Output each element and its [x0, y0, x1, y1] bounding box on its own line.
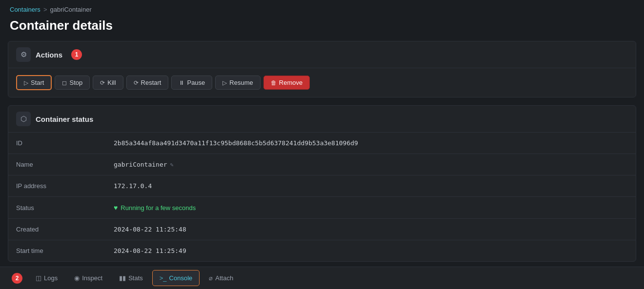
status-section-title: Container status	[36, 115, 93, 123]
breadcrumb-separator: >	[43, 6, 47, 13]
tab-attach[interactable]: ⌀ Attach	[201, 270, 241, 286]
tab-inspect-label: Inspect	[82, 274, 102, 282]
resume-label: Resume	[229, 79, 253, 86]
field-label-starttime: Start time	[8, 240, 106, 262]
page-title: Container details	[0, 16, 644, 41]
actions-section-header: ⚙ Actions 1	[8, 41, 636, 68]
remove-icon: 🗑	[271, 79, 277, 86]
field-value-id: 2b85a344af8aa491d3470a11f13c95bd8688c5b5…	[106, 133, 636, 154]
breadcrumb-current: gabriContainer	[50, 6, 91, 13]
remove-label: Remove	[279, 79, 302, 86]
table-row: Status ♥ Running for a few seconds	[8, 197, 636, 219]
start-label: Start	[31, 79, 44, 86]
tab-attach-label: Attach	[215, 274, 233, 282]
bottom-tabs: 2 ◫ Logs ◉ Inspect ▮▮ Stats >_ Console ⌀…	[0, 267, 644, 289]
actions-section: ⚙ Actions 1 ▷ Start ◻ Stop ⟳ Kill ⟳ Rest…	[8, 41, 636, 97]
attach-icon: ⌀	[209, 274, 213, 282]
tab-logs-label: Logs	[44, 274, 58, 282]
kill-button[interactable]: ⟳ Kill	[93, 76, 123, 90]
start-icon: ▷	[24, 79, 28, 86]
field-value-created: 2024-08-22 11:25:48	[106, 219, 636, 240]
container-icon: ⬡	[16, 112, 31, 126]
tab-stats[interactable]: ▮▮ Stats	[112, 270, 150, 286]
table-row: Created 2024-08-22 11:25:48	[8, 219, 636, 240]
logs-icon: ◫	[36, 274, 41, 282]
kill-label: Kill	[107, 79, 116, 86]
resume-icon: ▷	[222, 79, 227, 86]
table-row: IP address 172.17.0.4	[8, 175, 636, 197]
kill-icon: ⟳	[100, 79, 105, 86]
status-running-icon: ♥	[114, 204, 118, 212]
breadcrumb: Containers > gabriContainer	[0, 0, 644, 16]
console-icon: >_	[160, 274, 167, 282]
start-button[interactable]: ▷ Start	[16, 75, 52, 90]
edit-name-icon[interactable]: ✎	[170, 161, 174, 168]
step-badge-1: 1	[71, 49, 82, 60]
stats-icon: ▮▮	[119, 274, 126, 282]
field-label-ip: IP address	[8, 175, 106, 197]
field-label-created: Created	[8, 219, 106, 240]
field-label-status: Status	[8, 197, 106, 219]
actions-section-title: Actions	[36, 51, 62, 59]
pause-icon: ⏸	[179, 79, 184, 86]
breadcrumb-containers-link[interactable]: Containers	[10, 6, 40, 13]
gear-icon: ⚙	[16, 47, 31, 62]
tab-inspect[interactable]: ◉ Inspect	[67, 270, 110, 286]
inspect-icon: ◉	[74, 274, 80, 282]
status-section: ⬡ Container status ID 2b85a344af8aa491d3…	[8, 105, 636, 262]
stop-label: Stop	[69, 79, 82, 86]
pause-label: Pause	[187, 79, 205, 86]
restart-label: Restart	[141, 79, 161, 86]
step-badge-2: 2	[12, 273, 22, 284]
stop-button[interactable]: ◻ Stop	[55, 76, 90, 90]
restart-button[interactable]: ⟳ Restart	[126, 76, 169, 90]
table-row: ID 2b85a344af8aa491d3470a11f13c95bd8688c…	[8, 133, 636, 154]
table-row: Name gabriContainer ✎	[8, 154, 636, 175]
tab-console[interactable]: >_ Console	[152, 270, 200, 286]
tab-console-label: Console	[169, 274, 193, 282]
pause-button[interactable]: ⏸ Pause	[171, 76, 212, 90]
status-section-header: ⬡ Container status	[8, 106, 636, 133]
remove-button[interactable]: 🗑 Remove	[263, 76, 310, 90]
table-row: Start time 2024-08-22 11:25:49	[8, 240, 636, 262]
restart-icon: ⟳	[134, 79, 139, 86]
status-table: ID 2b85a344af8aa491d3470a11f13c95bd8688c…	[8, 133, 636, 261]
field-value-starttime: 2024-08-22 11:25:49	[106, 240, 636, 262]
tab-stats-label: Stats	[128, 274, 143, 282]
field-label-name: Name	[8, 154, 106, 175]
resume-button[interactable]: ▷ Resume	[215, 76, 260, 90]
field-value-ip: 172.17.0.4	[106, 175, 636, 197]
actions-toolbar: ▷ Start ◻ Stop ⟳ Kill ⟳ Restart ⏸ Pause …	[8, 68, 636, 97]
stop-icon: ◻	[62, 79, 67, 86]
field-label-id: ID	[8, 133, 106, 154]
field-value-name: gabriContainer ✎	[106, 154, 636, 175]
field-value-status: ♥ Running for a few seconds	[106, 197, 636, 219]
tab-logs[interactable]: ◫ Logs	[28, 270, 65, 286]
